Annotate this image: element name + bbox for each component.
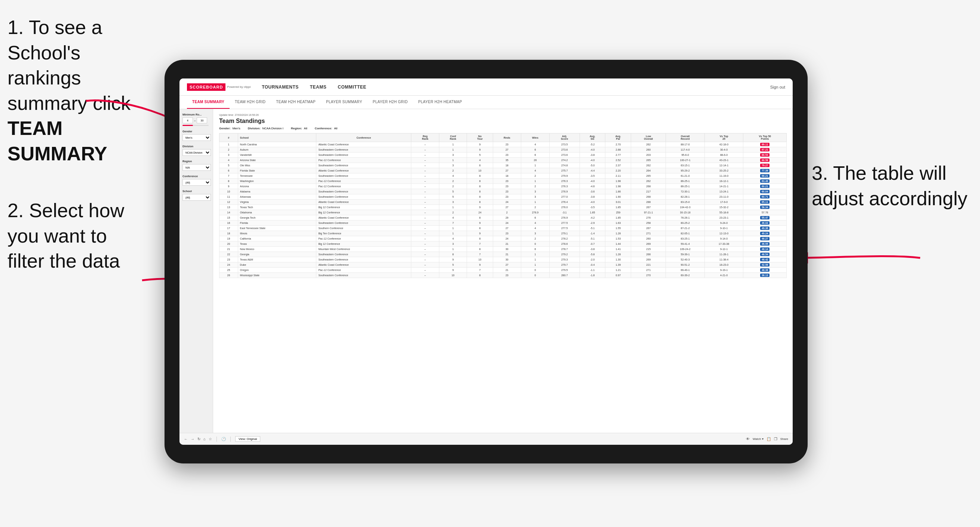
cell-adj-score: 280.7 (549, 273, 579, 278)
tab-player-h2h-heatmap[interactable]: PLAYER H2H HEATMAP (413, 96, 467, 109)
cell-no-tour: 5 (467, 152, 493, 158)
filter-region-select[interactable]: N/A (183, 164, 211, 171)
cell-conf-rank: 1 (439, 142, 467, 147)
cell-avg-sg: -4.4 (579, 168, 605, 173)
cell-low: 215 (631, 247, 666, 252)
toolbar-expand[interactable]: ❐ (774, 437, 777, 441)
cell-rnds: 2 (493, 210, 521, 215)
cell-reg-rank: – (411, 226, 439, 231)
cell-rnds: 23 (493, 273, 521, 278)
cell-conf-rank: 9 (439, 257, 467, 262)
table-row[interactable]: 26Mississippi StateSoutheastern Conferen… (220, 273, 787, 278)
toolbar-refresh[interactable]: ↻ (197, 437, 200, 441)
toolbar-bookmark[interactable]: ☆ (208, 437, 212, 441)
cell-rnds: 35 (493, 158, 521, 163)
tab-player-h2h-grid[interactable]: PLAYER H2H GRID (368, 96, 413, 109)
table-row[interactable]: 16FloridaSoutheastern Conference–7924427… (220, 221, 787, 226)
col-reg-rank: RegRank (411, 133, 439, 142)
toolbar-eye[interactable]: 👁 (746, 437, 750, 441)
cell-reg-rank: – (411, 189, 439, 194)
table-row[interactable]: 21New MexicoMountain West Conference–183… (220, 247, 787, 252)
filter-slider[interactable] (183, 125, 208, 126)
cell-reg-rank: – (411, 184, 439, 189)
tab-player-summary[interactable]: PLAYER SUMMARY (321, 96, 368, 109)
cell-vs-top25: 55-18-8 (705, 210, 743, 215)
cell-wins: 4 (521, 142, 550, 147)
cell-vs-top50-record: 60.04 (743, 189, 787, 194)
logo: SCOREBOARD (187, 83, 226, 91)
cell-reg-rank: – (411, 158, 439, 163)
cell-vs-top25: 17-9-0 (705, 200, 743, 205)
filter-region-label: Region (183, 160, 210, 163)
filter-min-rank: Minimum Ro... – (183, 113, 210, 126)
table-row[interactable]: 7TennesseeSoutheastern Conference–481822… (220, 173, 787, 179)
nav-teams[interactable]: TEAMS (310, 79, 327, 95)
table-row[interactable]: 23Texas A&MSoutheastern Conference–91030… (220, 257, 787, 262)
filter-conference-select[interactable]: (All) (183, 179, 211, 186)
cell-school: East Tennessee State (238, 226, 316, 231)
cell-reg-rank: – (411, 200, 439, 205)
nav-committee[interactable]: COMMITTEE (337, 79, 366, 95)
table-row[interactable]: 12VirginiaAtlantic Coast Conference–3824… (220, 200, 787, 205)
cell-no-tour: 8 (467, 179, 493, 184)
cell-avg-par: 1.53 (605, 236, 631, 241)
watch-button[interactable]: Watch ▾ (752, 437, 764, 441)
cell-overall-record: 30-15-18 (666, 210, 705, 215)
cell-vs-top25: 18-12-1 (705, 179, 743, 184)
table-row[interactable]: 11ArkansasSoutheastern Conference–582332… (220, 194, 787, 200)
cell-vs-top25: 33-25-2 (705, 168, 743, 173)
filter-school-select[interactable]: (All) (183, 194, 211, 201)
score-badge: 49.36 (760, 227, 770, 230)
cell-wins: 6 (521, 215, 550, 221)
cell-avg-sg: -1.4 (579, 231, 605, 236)
cell-avg-sg: -3.5 (579, 173, 605, 179)
score-badge: 48.42 (760, 258, 770, 261)
cell-avg-par: 2.52 (605, 158, 631, 163)
score-badge: 65.11 (760, 200, 770, 204)
sign-out-button[interactable]: Sign out (770, 85, 785, 89)
table-row[interactable]: 2AuburnSoutheastern Conference–19276273.… (220, 147, 787, 152)
share-button[interactable]: Share (780, 437, 788, 441)
table-row[interactable]: 6Florida StateAtlantic Coast Conference–… (220, 168, 787, 173)
table-row[interactable]: 22GeorgiaSoutheastern Conference–8721127… (220, 252, 787, 257)
cell-wins: 2 (521, 184, 550, 189)
toolbar-forward[interactable]: → (191, 437, 194, 441)
cell-avg-sg: -4.0 (579, 200, 605, 205)
table-row[interactable]: 14OklahomaBig 12 Conference–2242276.9-3.… (220, 210, 787, 215)
table-row[interactable]: 19CaliforniaPac-12 Conference–48242278.2… (220, 236, 787, 241)
table-row[interactable]: 8WashingtonPac-12 Conference–28231276.3-… (220, 179, 787, 184)
cell-no-tour: 9 (467, 147, 493, 152)
table-row[interactable]: 15Georgia TechAtlantic Coast Conference–… (220, 215, 787, 221)
cell-wins: 26 (521, 158, 550, 163)
table-row[interactable]: 10AlabamaSoutheastern Conference–5823327… (220, 189, 787, 194)
table-row[interactable]: 24DukeAtlantic Coast Conference–59271279… (220, 262, 787, 268)
cell-overall-record: 82-28-1 (666, 194, 705, 200)
table-row[interactable]: 5Ole MissSoutheastern Conference–3618127… (220, 163, 787, 168)
nav-links: TOURNAMENTS TEAMS COMMITTEE (262, 79, 770, 95)
table-row[interactable]: 9ArizonaPac-12 Conference–28232276.3-4.6… (220, 184, 787, 189)
filter-division-select[interactable]: NCAA Division I (183, 149, 211, 156)
table-row[interactable]: 13Texas TechBig 12 Conference–19272276.0… (220, 205, 787, 210)
table-row[interactable]: 3VanderbiltSoutheastern Conference–35236… (220, 152, 787, 158)
toolbar-home[interactable]: ⌂ (204, 437, 206, 441)
cell-no-tour: 8 (467, 173, 493, 179)
nav-tournaments[interactable]: TOURNAMENTS (262, 79, 299, 95)
toolbar-back[interactable]: ← (184, 437, 188, 441)
toolbar-copy[interactable]: 📋 (767, 437, 771, 441)
tab-team-summary[interactable]: TEAM SUMMARY (187, 96, 229, 109)
toolbar-clock[interactable]: 🕐 (221, 437, 226, 441)
table-row[interactable]: 18IllinoisBig Ten Conference–19233279.1-… (220, 231, 787, 236)
table-row[interactable]: 1North CarolinaAtlantic Coast Conference… (220, 142, 787, 147)
cell-rank: 19 (220, 236, 238, 241)
tab-team-h2h-heatmap[interactable]: TEAM H2H HEATMAP (271, 96, 321, 109)
cell-conf-rank: 8 (439, 252, 467, 257)
table-row[interactable]: 25OregonPac-12 Conference–97210279.5-1.1… (220, 268, 787, 273)
filter-min-rank-from[interactable] (183, 117, 193, 123)
table-row[interactable]: 17East Tennessee StateSouthern Conferenc… (220, 226, 787, 231)
table-row[interactable]: 20TexasBig 12 Conference–37210278.6-0.71… (220, 241, 787, 247)
table-row[interactable]: 4Arizona StatePac-12 Conference–14352627… (220, 158, 787, 163)
filter-gender-select[interactable]: Men's (183, 134, 211, 141)
view-original-button[interactable]: View: Original (235, 436, 260, 442)
tab-team-h2h-grid[interactable]: TEAM H2H GRID (229, 96, 271, 109)
filter-min-rank-to[interactable] (197, 117, 207, 123)
